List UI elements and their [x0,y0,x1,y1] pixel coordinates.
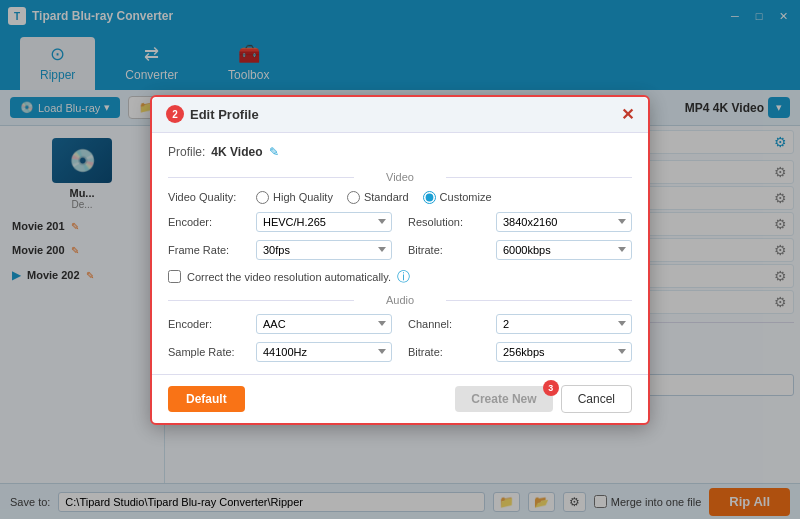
edit-profile-modal: 2 Edit Profile ✕ Profile: 4K Video ✎ Vid… [150,95,650,425]
audio-encoder-label: Encoder: [168,318,248,330]
framerate-row: Frame Rate: 30fps [168,240,392,260]
quality-form-row: Video Quality: High Quality Standard [168,191,632,204]
channel-row: Channel: 2 [408,314,632,334]
modal-title: Edit Profile [190,107,259,122]
info-icon[interactable]: ⓘ [397,268,410,286]
radio-standard-label: Standard [364,191,409,203]
video-bitrate-select[interactable]: 6000kbps [496,240,632,260]
radio-customize-input[interactable] [423,191,436,204]
audio-section-divider: Audio [168,294,632,306]
video-form-grid: Encoder: HEVC/H.265 Resolution: 3840x216… [168,212,632,260]
quality-label: Video Quality: [168,191,248,203]
video-quality-row: Video Quality: High Quality Standard [168,191,632,204]
quality-radio-group: High Quality Standard Customize [256,191,492,204]
radio-customize[interactable]: Customize [423,191,492,204]
audio-encoder-select[interactable]: AAC [256,314,392,334]
radio-standard[interactable]: Standard [347,191,409,204]
resolution-label: Resolution: [408,216,488,228]
profile-row: Profile: 4K Video ✎ [168,145,632,159]
auto-correct-row: Correct the video resolution automatical… [168,268,632,286]
encoder-row: Encoder: HEVC/H.265 [168,212,392,232]
profile-prefix: Profile: [168,145,205,159]
auto-correct-checkbox[interactable] [168,270,181,283]
encoder-label: Encoder: [168,216,248,228]
modal-number-badge: 2 [166,105,184,123]
framerate-label: Frame Rate: [168,244,248,256]
audio-form-grid: Encoder: AAC Channel: 2 Sample Rate: 441… [168,314,632,362]
default-btn[interactable]: Default [168,386,245,412]
modal-overlay: 2 Edit Profile ✕ Profile: 4K Video ✎ Vid… [0,0,800,519]
radio-high-quality-input[interactable] [256,191,269,204]
channel-label: Channel: [408,318,488,330]
video-bitrate-label: Bitrate: [408,244,488,256]
video-section-divider: Video [168,171,632,183]
samplerate-label: Sample Rate: [168,346,248,358]
audio-bitrate-label: Bitrate: [408,346,488,358]
audio-encoder-row: Encoder: AAC [168,314,392,334]
create-btn-badge: 3 [543,380,559,396]
video-bitrate-row: Bitrate: 6000kbps [408,240,632,260]
radio-standard-input[interactable] [347,191,360,204]
radio-customize-label: Customize [440,191,492,203]
auto-correct-label: Correct the video resolution automatical… [187,271,391,283]
radio-high-quality-label: High Quality [273,191,333,203]
cancel-btn[interactable]: Cancel [561,385,632,413]
modal-footer: Default Create New 3 Cancel [152,374,648,423]
profile-name: 4K Video [211,145,262,159]
radio-high-quality[interactable]: High Quality [256,191,333,204]
encoder-select[interactable]: HEVC/H.265 [256,212,392,232]
audio-bitrate-select[interactable]: 256kbps [496,342,632,362]
samplerate-select[interactable]: 44100Hz [256,342,392,362]
modal-body: Profile: 4K Video ✎ Video Video Quality:… [152,133,648,374]
create-new-wrapper: Create New 3 [455,386,552,412]
audio-section-label: Audio [386,294,414,306]
create-new-btn[interactable]: Create New [455,386,552,412]
samplerate-row: Sample Rate: 44100Hz [168,342,392,362]
profile-edit-icon[interactable]: ✎ [269,145,279,159]
video-section-label: Video [386,171,414,183]
modal-header: 2 Edit Profile ✕ [152,97,648,133]
resolution-select[interactable]: 3840x2160 [496,212,632,232]
resolution-row: Resolution: 3840x2160 [408,212,632,232]
audio-bitrate-row: Bitrate: 256kbps [408,342,632,362]
channel-select[interactable]: 2 [496,314,632,334]
modal-close-btn[interactable]: ✕ [621,105,634,124]
footer-right-btns: Create New 3 Cancel [455,385,632,413]
framerate-select[interactable]: 30fps [256,240,392,260]
